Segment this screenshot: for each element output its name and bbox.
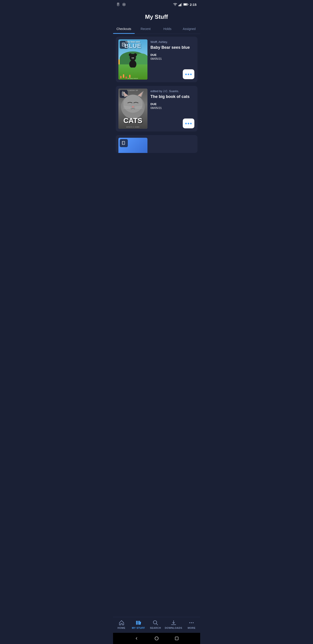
svg-point-20 — [134, 53, 137, 56]
nav-item-home[interactable]: HOME — [113, 619, 130, 630]
more-dot — [188, 123, 189, 124]
search-icon — [153, 620, 158, 626]
sim-icon — [117, 2, 121, 6]
bear-silhouette — [127, 51, 139, 68]
book-due-label-2: DUE — [151, 102, 195, 106]
svg-rect-8 — [181, 3, 182, 6]
book-author-1: Wolff, Ashley. — [151, 40, 195, 44]
book-info-3 — [151, 138, 195, 139]
status-icons-left — [117, 2, 126, 6]
tabs-container: Checkouts Recent Holds Assigned — [113, 24, 200, 34]
cat-cover-art — [118, 90, 147, 120]
svg-point-19 — [129, 53, 132, 56]
home-button[interactable] — [154, 636, 159, 641]
svg-rect-44 — [137, 621, 138, 624]
tab-assigned[interactable]: Assigned — [178, 24, 200, 34]
bottom-nav: HOME MY STUFF SEARCH — [113, 617, 200, 633]
recents-button[interactable] — [174, 636, 179, 641]
svg-point-4 — [175, 5, 175, 6]
svg-rect-41 — [122, 141, 125, 145]
svg-rect-54 — [175, 637, 178, 640]
more-dot — [185, 74, 187, 75]
svg-point-17 — [129, 60, 136, 68]
settings-icon — [122, 2, 126, 6]
svg-rect-5 — [179, 5, 179, 6]
book-author-2: edited by J.C. Suarès. — [151, 90, 195, 93]
book-card-3 — [116, 135, 198, 153]
book-info-1: Wolff, Ashley. Baby Bear sees blue DUE 0… — [151, 39, 195, 60]
svg-point-22 — [133, 58, 134, 58]
cover-image-cats: G BOOK OF CATS EDITED BY J.C. SUARÈS — [118, 88, 147, 129]
book-cover-bear: baby bear sees BLUE BY ASHLEY WOLFF — [118, 39, 147, 80]
svg-point-30 — [123, 94, 143, 113]
status-bar: 2:15 — [113, 0, 200, 9]
book-card-2: G BOOK OF CATS EDITED BY J.C. SUARÈS edi… — [116, 86, 198, 132]
content-area: baby bear sees BLUE BY ASHLEY WOLFF Wolf… — [113, 34, 200, 617]
wifi-icon — [173, 2, 177, 6]
more-options-button-1[interactable] — [183, 69, 194, 79]
more-dot — [190, 74, 192, 75]
library-icon — [136, 620, 141, 626]
svg-rect-10 — [188, 4, 188, 5]
cover-image-bear: baby bear sees BLUE BY ASHLEY WOLFF — [118, 39, 147, 80]
nav-label-mystuff: MY STUFF — [132, 626, 145, 629]
ebook-icon-3 — [122, 141, 126, 145]
svg-point-23 — [132, 58, 134, 60]
time-display: 2:15 — [190, 3, 196, 6]
tab-checkouts[interactable]: Checkouts — [113, 24, 135, 34]
svg-rect-42 — [123, 141, 124, 145]
battery-icon — [183, 3, 188, 6]
nav-label-home: HOME — [117, 626, 125, 629]
book-due-date-1: 08/05/21 — [151, 57, 195, 60]
svg-rect-11 — [184, 4, 187, 5]
svg-rect-1 — [117, 4, 119, 4]
download-icon — [171, 620, 177, 626]
more-dot — [190, 123, 192, 124]
book-due-date-2: 08/05/21 — [151, 106, 195, 110]
book-title-2: The big book of cats — [151, 94, 195, 99]
nav-item-downloads[interactable]: DOWNLOADS — [164, 619, 183, 630]
nav-label-search: SEARCH — [150, 626, 161, 629]
home-icon — [119, 620, 124, 626]
nav-item-search[interactable]: SEARCH — [147, 619, 164, 630]
nav-label-downloads: DOWNLOADS — [165, 626, 182, 629]
svg-point-53 — [155, 637, 158, 640]
tab-recent[interactable]: Recent — [135, 24, 157, 34]
more-dot — [185, 123, 187, 124]
format-badge-3 — [120, 139, 128, 147]
svg-point-51 — [191, 622, 192, 623]
nav-item-more[interactable]: MORE — [183, 619, 200, 630]
svg-point-52 — [193, 622, 194, 623]
svg-rect-43 — [136, 621, 137, 624]
signal-icon — [179, 2, 182, 6]
back-button[interactable] — [134, 636, 139, 641]
svg-line-48 — [156, 624, 158, 625]
svg-point-3 — [123, 4, 124, 5]
tab-holds[interactable]: Holds — [157, 24, 179, 34]
nav-label-more: MORE — [188, 626, 196, 629]
android-nav-bar — [113, 633, 200, 644]
book-info-2: edited by J.C. Suarès. The big book of c… — [151, 88, 195, 110]
book-cover-partial — [118, 138, 147, 153]
svg-point-50 — [189, 622, 190, 623]
more-dot — [188, 74, 189, 75]
status-icons-right: 2:15 — [173, 2, 196, 6]
page-title: My Stuff — [117, 14, 197, 20]
book-card-1: baby bear sees BLUE BY ASHLEY WOLFF Wolf… — [116, 37, 198, 82]
book-cover-cats: G BOOK OF CATS EDITED BY J.C. SUARÈS — [118, 88, 147, 129]
more-nav-icon — [189, 620, 194, 626]
book-due-label-1: DUE — [151, 53, 195, 56]
book-title-1: Baby Bear sees blue — [151, 45, 195, 50]
more-options-button-2[interactable] — [183, 118, 194, 128]
page-header: My Stuff — [113, 9, 200, 24]
svg-point-21 — [132, 58, 132, 58]
nav-item-mystuff[interactable]: MY STUFF — [130, 619, 147, 630]
svg-rect-7 — [180, 4, 181, 6]
svg-rect-6 — [179, 4, 180, 6]
